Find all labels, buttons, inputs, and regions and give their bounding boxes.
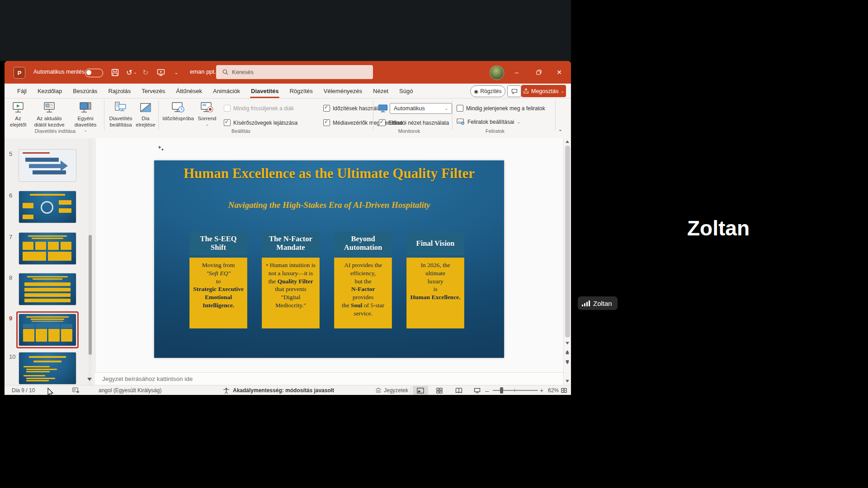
tab-nezet[interactable]: Nézet bbox=[368, 84, 394, 98]
accessibility-status[interactable]: Akadálymentesség: módosítás javasolt bbox=[233, 385, 334, 395]
group-label-setup: Beállítás bbox=[205, 128, 277, 134]
thumbnail-scrollbar[interactable] bbox=[88, 138, 92, 385]
notes-toggle-button[interactable]: Jegyzetek bbox=[375, 385, 408, 395]
thumbnail-number: 8 bbox=[9, 274, 12, 281]
thumbnail-scroll-down-icon[interactable] bbox=[87, 378, 92, 381]
notes-scroll-down-icon[interactable] bbox=[566, 380, 569, 383]
caption-settings-button[interactable]: Feliratok beállításai ⌄ bbox=[457, 118, 520, 125]
search-icon bbox=[222, 69, 228, 75]
column-header-vision[interactable]: Final Vision bbox=[406, 232, 464, 255]
column-header-automation[interactable]: Beyond Automation bbox=[334, 232, 392, 255]
slide-thumbnail-6[interactable] bbox=[19, 191, 76, 223]
status-bar: Dia 9 / 10 angol (Egyesült Királyság) Ak… bbox=[5, 385, 571, 395]
zoom-slider-thumb[interactable] bbox=[500, 387, 503, 394]
slide-scrollbar-thumb[interactable] bbox=[565, 145, 570, 338]
account-avatar[interactable] bbox=[490, 66, 504, 80]
redo-icon: ↻ bbox=[140, 67, 151, 78]
column-body-seeq[interactable]: Moving from "Soft EQ" to Strategic Execu… bbox=[189, 258, 247, 328]
slide[interactable]: Human Excellence as the Ultimate Quality… bbox=[154, 160, 504, 358]
close-button[interactable]: ✕ bbox=[552, 66, 567, 79]
tab-beszuras[interactable]: Beszúrás bbox=[67, 84, 103, 98]
fit-to-window-icon[interactable] bbox=[561, 385, 567, 395]
thumbnail-scrollbar-thumb[interactable] bbox=[89, 235, 92, 355]
search-input[interactable]: Keresés bbox=[216, 65, 373, 79]
start-slideshow-icon[interactable] bbox=[156, 67, 166, 78]
monitor-dropdown[interactable]: Automatikus ⌄ bbox=[390, 103, 452, 114]
save-icon[interactable] bbox=[109, 67, 120, 78]
tab-animaciok[interactable]: Animációk bbox=[208, 84, 245, 98]
undo-dropdown-caret[interactable]: ⌄ bbox=[133, 67, 137, 78]
autosave-label: Automatikus mentés bbox=[33, 69, 85, 75]
tab-attunesek[interactable]: Áttűnések bbox=[170, 84, 208, 98]
comments-button[interactable] bbox=[507, 85, 521, 97]
caption-settings-icon bbox=[457, 118, 465, 125]
setup-slideshow-icon bbox=[114, 100, 127, 115]
thumbnail-number: 5 bbox=[9, 150, 12, 157]
setup-slideshow-button[interactable]: Diavetítés beállítása bbox=[106, 100, 135, 135]
tab-rogzites[interactable]: Rögzítés bbox=[284, 84, 318, 98]
checkbox-play-narrations[interactable]: Kísérőszövegek lejátszása bbox=[224, 119, 297, 126]
checkbox-always-show-captions[interactable]: Mindig jelenjenek meg a feliratok bbox=[457, 105, 545, 112]
record-button[interactable]: ◉ Rögzítés bbox=[470, 85, 505, 97]
spellcheck-icon[interactable] bbox=[72, 385, 80, 395]
slide-indicator[interactable]: Dia 9 / 10 bbox=[12, 385, 35, 395]
notes-pane[interactable]: Jegyzet beírásához kattintson ide bbox=[95, 372, 563, 385]
autosave-toggle[interactable] bbox=[85, 69, 103, 77]
record-icon: ◉ bbox=[474, 89, 479, 94]
slide-sorter-view-button[interactable] bbox=[432, 386, 447, 395]
zoom-level[interactable]: 62% bbox=[548, 385, 559, 395]
scroll-up-icon[interactable] bbox=[566, 141, 569, 143]
column-body-nfactor[interactable]: • Human intuition is not a luxury—it is … bbox=[262, 258, 320, 328]
slide-thumbnail-8[interactable] bbox=[19, 273, 76, 305]
restore-button[interactable] bbox=[531, 66, 547, 79]
checkbox-use-timings[interactable]: Időzítések használata bbox=[323, 105, 385, 112]
scroll-down-icon[interactable] bbox=[566, 342, 569, 345]
column-body-automation[interactable]: AI provides the efficiency, but the N-Fa… bbox=[334, 258, 392, 328]
reading-view-button[interactable] bbox=[451, 386, 467, 395]
language-indicator[interactable]: angol (Egyesült Királyság) bbox=[99, 385, 161, 395]
next-slide-icon[interactable] bbox=[566, 360, 569, 364]
rehearse-timings-button[interactable]: Időzítéspróba bbox=[161, 100, 195, 135]
tab-kezdolap[interactable]: Kezdőlap bbox=[32, 84, 67, 98]
previous-slide-icon[interactable] bbox=[566, 350, 569, 354]
slide-title[interactable]: Human Excellence as the Ultimate Quality… bbox=[172, 166, 486, 181]
zoom-slider-midpoint bbox=[514, 389, 515, 392]
powerpoint-app-icon[interactable]: P bbox=[14, 67, 25, 79]
column-header-seeq[interactable]: The S-EEQ Shift bbox=[189, 232, 247, 255]
slide-thumbnail-5[interactable] bbox=[19, 150, 76, 181]
normal-view-button[interactable] bbox=[413, 386, 428, 395]
tab-sugo[interactable]: Súgó bbox=[394, 84, 418, 98]
screen-share-view: P Automatikus mentés ↺ ⌄ ↻ ⌄ eman ppt...… bbox=[0, 0, 868, 488]
quick-access-overflow-icon[interactable]: ⌄ bbox=[171, 67, 182, 78]
hide-slide-icon bbox=[140, 100, 151, 115]
tab-velemenyezes[interactable]: Véleményezés bbox=[318, 84, 368, 98]
zoom-in-button[interactable]: + bbox=[540, 385, 543, 395]
column-header-nfactor[interactable]: The N-Factor Mandate bbox=[262, 232, 320, 255]
checkbox-refresh-slides[interactable]: Mindig frissüljenek a diák bbox=[224, 105, 294, 112]
document-title[interactable]: eman ppt... bbox=[190, 68, 219, 75]
checkbox-box bbox=[323, 105, 330, 112]
custom-slideshow-icon bbox=[79, 100, 92, 115]
designer-sparkle-icon[interactable] bbox=[157, 145, 165, 152]
slide-subtitle[interactable]: Navigating the High-Stakes Era of AI-Dri… bbox=[172, 200, 486, 210]
share-icon bbox=[523, 88, 529, 94]
hide-slide-button[interactable]: Dia elrejtése bbox=[133, 100, 158, 135]
collapse-ribbon-chevron[interactable]: ⌄ bbox=[558, 126, 563, 132]
slide-thumbnail-7[interactable] bbox=[19, 233, 76, 264]
slide-thumbnail-10[interactable] bbox=[19, 352, 76, 384]
slideshow-view-button[interactable] bbox=[469, 386, 485, 395]
screen-share-badge-label: Zoltan bbox=[593, 300, 612, 307]
tab-rajzolas[interactable]: Rajzolás bbox=[103, 84, 136, 98]
share-button[interactable]: Megosztás ⌄ bbox=[521, 85, 566, 97]
column-body-vision[interactable]: In 2026, the ultimate luxury is Human Ex… bbox=[406, 258, 464, 328]
zoom-slider-track[interactable] bbox=[493, 390, 538, 391]
tab-fajl[interactable]: Fájl bbox=[12, 84, 32, 98]
slide-scrollbar[interactable] bbox=[563, 138, 571, 385]
minimize-button[interactable]: – bbox=[509, 66, 524, 79]
slide-thumbnail-9-selected[interactable] bbox=[19, 314, 76, 346]
zoom-out-button[interactable]: – bbox=[485, 385, 489, 395]
checkbox-presenter-view[interactable]: Előadói nézet használata bbox=[379, 119, 449, 126]
share-caret-icon: ⌄ bbox=[561, 89, 564, 94]
tab-tervezes[interactable]: Tervezés bbox=[136, 84, 170, 98]
tab-diavetites[interactable]: Diavetítés bbox=[245, 84, 284, 98]
